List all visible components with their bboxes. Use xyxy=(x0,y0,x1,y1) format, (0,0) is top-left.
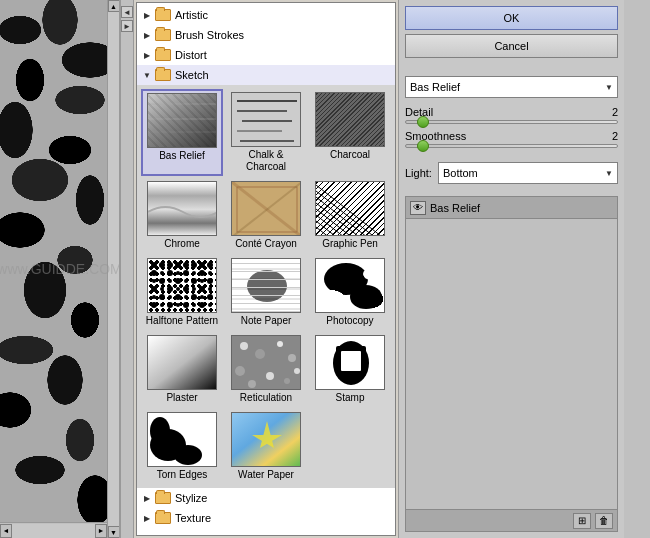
collapse-left-btn[interactable]: ◄ xyxy=(121,6,133,18)
cancel-button[interactable]: Cancel xyxy=(405,34,618,58)
category-stylize[interactable]: ▶ Stylize xyxy=(137,488,395,508)
svg-rect-28 xyxy=(148,94,217,148)
category-brush-strokes[interactable]: ▶ Brush Strokes xyxy=(137,25,395,45)
svg-line-51 xyxy=(316,191,385,236)
smoothness-value: 2 xyxy=(598,130,618,142)
svg-point-127 xyxy=(284,378,290,384)
filter-thumb-conte[interactable]: Conté Crayon xyxy=(225,178,307,253)
layer-new-btn[interactable]: ⊞ xyxy=(573,513,591,529)
svg-point-113 xyxy=(247,270,287,302)
thumb-label-halftone: Halftone Pattern xyxy=(146,315,218,327)
filter-dropdown[interactable]: Bas Relief ▼ xyxy=(405,76,618,98)
svg-point-7 xyxy=(40,134,90,162)
preview-h-scroll[interactable]: ◄ ► xyxy=(0,522,107,538)
thumb-label-photocopy: Photocopy xyxy=(326,315,373,327)
detail-slider-track[interactable] xyxy=(405,120,618,124)
svg-point-64 xyxy=(191,262,197,268)
svg-point-22 xyxy=(71,155,99,175)
svg-point-75 xyxy=(152,279,156,283)
svg-point-68 xyxy=(160,271,164,275)
top-controls: OK Cancel xyxy=(405,6,618,58)
thumb-img-chalk xyxy=(231,92,301,147)
svg-point-99 xyxy=(151,302,157,308)
scroll-down-btn[interactable]: ▼ xyxy=(108,526,120,538)
svg-point-106 xyxy=(208,303,212,307)
svg-point-77 xyxy=(168,279,172,283)
layer-name: Bas Relief xyxy=(430,202,613,214)
svg-point-9 xyxy=(72,178,104,218)
smoothness-label: Smoothness xyxy=(405,130,466,142)
svg-point-97 xyxy=(200,295,204,299)
category-sketch[interactable]: ▼ Sketch xyxy=(137,65,395,85)
light-dropdown[interactable]: Bottom ▼ xyxy=(438,162,618,184)
svg-point-74 xyxy=(208,271,212,275)
svg-point-66 xyxy=(207,262,213,268)
category-artistic-arrow: ▶ xyxy=(141,9,153,21)
svg-point-92 xyxy=(159,294,165,300)
layer-delete-btn[interactable]: 🗑 xyxy=(595,513,613,529)
svg-point-122 xyxy=(255,349,265,359)
svg-point-98 xyxy=(207,294,213,300)
collapse-right-btn[interactable]: ► xyxy=(121,20,133,32)
svg-point-93 xyxy=(168,295,172,299)
filter-thumb-charcoal[interactable]: Charcoal xyxy=(309,89,391,176)
svg-point-25 xyxy=(58,324,82,352)
smoothness-slider-thumb[interactable] xyxy=(417,140,429,152)
svg-point-1 xyxy=(2,16,38,44)
svg-point-115 xyxy=(324,263,368,295)
filter-thumb-water-paper[interactable]: Water Paper xyxy=(225,409,307,484)
filter-thumb-chalk[interactable]: Chalk & Charcoal xyxy=(225,89,307,176)
svg-point-105 xyxy=(199,302,205,308)
svg-point-90 xyxy=(208,287,212,291)
category-texture[interactable]: ▶ Texture xyxy=(137,508,395,528)
layer-eye-icon[interactable]: 👁 xyxy=(410,201,426,215)
svg-point-124 xyxy=(288,354,296,362)
filter-thumb-plaster[interactable]: Plaster xyxy=(141,332,223,407)
preview-scrollbar[interactable]: ▲ ▼ xyxy=(107,0,119,538)
svg-rect-119 xyxy=(148,336,217,390)
svg-point-69 xyxy=(167,270,173,276)
svg-point-121 xyxy=(240,342,248,350)
thumb-img-reticulation xyxy=(231,335,301,390)
svg-point-19 xyxy=(76,480,108,508)
nav-arrows-panel: ◄ ► xyxy=(120,0,134,538)
category-artistic[interactable]: ▶ Artistic xyxy=(137,5,395,25)
svg-point-62 xyxy=(175,262,181,268)
thumb-img-plaster xyxy=(147,335,217,390)
thumb-img-torn-edges xyxy=(147,412,217,467)
svg-point-128 xyxy=(248,380,256,388)
svg-point-103 xyxy=(183,302,189,308)
filter-thumb-halftone[interactable]: Halftone Pattern xyxy=(141,255,223,330)
filter-thumb-torn-edges[interactable]: Torn Edges xyxy=(141,409,223,484)
filter-thumb-graphic-pen[interactable]: Graphic Pen xyxy=(309,178,391,253)
thumb-img-chrome xyxy=(147,181,217,236)
svg-point-24 xyxy=(16,290,44,310)
filter-thumb-stamp[interactable]: Stamp xyxy=(309,332,391,407)
svg-point-73 xyxy=(199,270,205,276)
thumb-img-charcoal xyxy=(315,92,385,147)
scroll-right-btn[interactable]: ► xyxy=(95,524,107,538)
svg-point-84 xyxy=(160,287,164,291)
svg-point-12 xyxy=(21,265,69,305)
filter-thumb-photocopy[interactable]: Photocopy xyxy=(309,255,391,330)
filter-thumb-chrome[interactable]: Chrome xyxy=(141,178,223,253)
ok-button[interactable]: OK xyxy=(405,6,618,30)
filter-thumb-note-paper[interactable]: Note Paper xyxy=(225,255,307,330)
filter-thumb-bas-relief[interactable]: Bas Relief xyxy=(141,89,223,176)
scroll-left-btn[interactable]: ◄ xyxy=(0,524,12,538)
smoothness-slider-track[interactable] xyxy=(405,144,618,148)
category-sketch-label: Sketch xyxy=(175,69,209,81)
folder-icon-artistic xyxy=(155,9,171,21)
category-distort[interactable]: ▶ Distort xyxy=(137,45,395,65)
svg-point-26 xyxy=(40,386,60,410)
svg-point-78 xyxy=(175,278,181,284)
scroll-up-btn[interactable]: ▲ xyxy=(108,0,120,12)
filter-list[interactable]: ▶ Artistic ▶ Brush Strokes ▶ Distort ▼ S… xyxy=(136,2,396,536)
detail-slider-thumb[interactable] xyxy=(417,116,429,128)
svg-rect-114 xyxy=(316,259,385,313)
svg-rect-49 xyxy=(316,182,385,236)
filter-thumb-reticulation[interactable]: Reticulation xyxy=(225,332,307,407)
folder-icon-brush xyxy=(155,29,171,41)
svg-line-39 xyxy=(316,93,385,147)
svg-point-126 xyxy=(266,372,274,380)
